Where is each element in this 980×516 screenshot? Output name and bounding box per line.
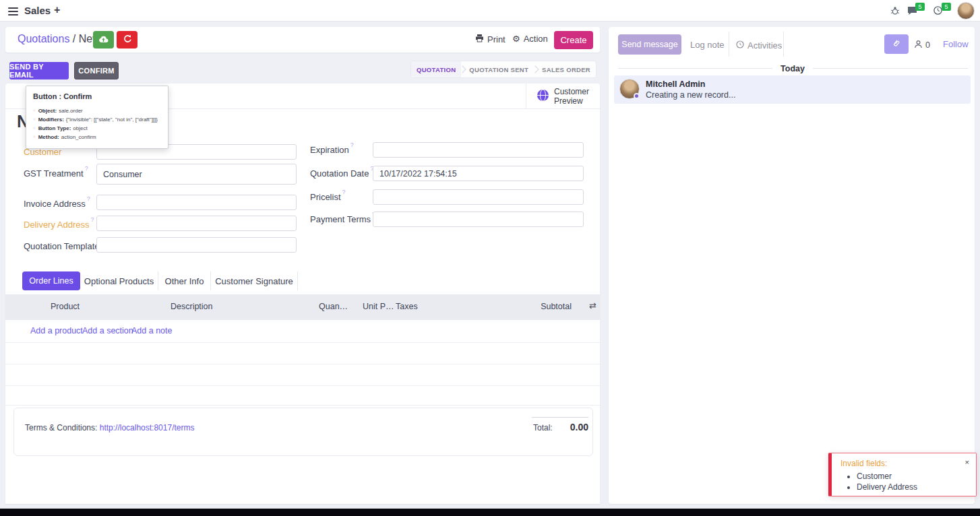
message-body: Creating a new record... bbox=[646, 90, 735, 100]
help-icon: ? bbox=[85, 165, 88, 172]
breadcrumb-quotations-link[interactable]: Quotations bbox=[18, 33, 69, 44]
print-button[interactable]: Print bbox=[475, 34, 506, 44]
tooltip-row: Object:sale.order bbox=[33, 106, 161, 115]
confirm-button[interactable]: CONFIRM bbox=[74, 62, 119, 79]
tab-optional-products[interactable]: Optional Products bbox=[80, 271, 158, 290]
column-subtotal[interactable]: Subtotal bbox=[534, 302, 572, 311]
follow-button[interactable]: Follow bbox=[943, 39, 969, 49]
send-message-button[interactable]: Send message bbox=[618, 34, 681, 55]
help-icon: ? bbox=[91, 216, 94, 223]
statusbar-step-quotation-sent[interactable]: QUOTATION SENT bbox=[464, 61, 534, 78]
action-button[interactable]: ⚙ Action bbox=[512, 34, 548, 44]
payment-terms-label: Payment Terms? bbox=[310, 214, 375, 224]
top-navbar: Sales + 5 5 bbox=[0, 0, 980, 22]
tooltip-row: Method:action_confirm bbox=[33, 133, 161, 141]
date-divider: Today bbox=[772, 64, 813, 73]
paperclip-icon bbox=[892, 38, 901, 51]
hamburger-menu-icon[interactable] bbox=[8, 5, 18, 18]
total-label: Total: bbox=[533, 423, 553, 432]
user-avatar[interactable] bbox=[957, 2, 975, 20]
delivery-address-label: Delivery Address? bbox=[24, 219, 94, 230]
tab-order-lines[interactable]: Order Lines bbox=[22, 271, 80, 290]
delivery-address-input[interactable] bbox=[96, 216, 297, 231]
quotation-date-input[interactable]: 10/17/2022 17:54:15 bbox=[373, 166, 584, 181]
optional-columns-icon[interactable]: ⇄ bbox=[589, 300, 596, 311]
activities-button[interactable]: Activities bbox=[736, 39, 782, 51]
create-button[interactable]: Create bbox=[554, 31, 593, 49]
pricelist-label: Pricelist? bbox=[310, 191, 346, 202]
cloud-upload-icon bbox=[98, 34, 109, 46]
add-links-row: Add a product Add a section Add a note bbox=[5, 320, 600, 343]
help-icon: ? bbox=[87, 195, 90, 202]
breadcrumb-separator: / bbox=[73, 33, 75, 44]
toast-field-list: Customer Delivery Address bbox=[840, 471, 969, 492]
help-icon: ? bbox=[350, 141, 354, 148]
customer-preview-label: CustomerPreview bbox=[554, 87, 589, 106]
total-separator bbox=[532, 417, 588, 418]
column-taxes[interactable]: Taxes bbox=[396, 302, 418, 311]
tooltip-row: Button Type:object bbox=[33, 124, 161, 133]
terms-and-conditions: Terms & Conditions: http://localhost:801… bbox=[25, 423, 194, 432]
tooltip-title: Button : Confirm bbox=[33, 92, 161, 100]
payment-terms-input[interactable] bbox=[373, 212, 584, 227]
quotation-template-label: Quotation Template? bbox=[24, 240, 104, 251]
order-lines-header: Product Description Quan… Unit P… Taxes … bbox=[5, 294, 600, 320]
app-title[interactable]: Sales bbox=[24, 5, 51, 16]
message-author[interactable]: Mitchell Admin bbox=[646, 79, 705, 89]
new-tab-button[interactable]: + bbox=[54, 4, 60, 16]
discard-button[interactable] bbox=[117, 31, 137, 49]
activities-badge: 5 bbox=[942, 3, 951, 11]
gst-treatment-label: GST Treatment? bbox=[24, 168, 88, 179]
empty-table-row bbox=[5, 343, 600, 364]
globe-icon bbox=[537, 89, 549, 104]
action-label: Action bbox=[524, 34, 548, 44]
invoice-address-label: Invoice Address? bbox=[24, 198, 90, 209]
confirm-button-tooltip: Button : Confirm Object:sale.order Modif… bbox=[26, 86, 169, 149]
send-by-email-button[interactable]: SEND BY EMAIL bbox=[9, 62, 69, 79]
tab-customer-signature[interactable]: Customer Signature bbox=[211, 271, 298, 290]
log-note-button[interactable]: Log note bbox=[690, 40, 725, 50]
total-value: 0.00 bbox=[557, 422, 588, 432]
messages-badge: 5 bbox=[915, 3, 925, 11]
pricelist-input[interactable] bbox=[373, 189, 584, 205]
close-icon[interactable]: × bbox=[965, 458, 969, 466]
gst-treatment-input[interactable]: Consumer bbox=[96, 164, 297, 185]
invalid-fields-toast: Invalid fields: × Customer Delivery Addr… bbox=[828, 453, 977, 496]
quotation-date-label: Quotation Date? bbox=[310, 168, 373, 179]
expiration-input[interactable] bbox=[373, 142, 584, 158]
column-quantity[interactable]: Quan… bbox=[319, 302, 348, 311]
terms-label: Terms & Conditions: bbox=[25, 423, 97, 432]
empty-table-row bbox=[5, 386, 600, 406]
toast-field: Customer bbox=[857, 471, 969, 482]
toast-title: Invalid fields: bbox=[840, 459, 969, 468]
control-panel: Quotations / New Print ⚙ Action Create bbox=[5, 27, 600, 53]
column-product[interactable]: Product bbox=[51, 302, 80, 311]
terms-link[interactable]: http://localhost:8017/terms bbox=[100, 423, 195, 432]
message-item[interactable]: Mitchell Admin Creating a new record... bbox=[614, 75, 971, 104]
statusbar-step-quotation[interactable]: QUOTATION bbox=[411, 61, 461, 78]
notes-total-box: Terms & Conditions: http://localhost:801… bbox=[13, 408, 593, 456]
statusbar-step-sales-order[interactable]: SALES ORDER bbox=[537, 61, 596, 78]
add-a-section-link[interactable]: Add a section bbox=[82, 326, 133, 335]
column-unit-price[interactable]: Unit P… bbox=[363, 302, 394, 311]
tooltip-row: Modifiers:{"invisible": [["state", "not … bbox=[33, 115, 161, 124]
date-divider-line bbox=[813, 68, 968, 69]
add-a-product-link[interactable]: Add a product bbox=[30, 326, 83, 335]
quotation-template-input[interactable] bbox=[96, 237, 297, 253]
debug-bug-icon[interactable] bbox=[890, 6, 900, 18]
followers-button[interactable]: 0 bbox=[914, 39, 930, 51]
invoice-address-input[interactable] bbox=[96, 195, 297, 210]
add-a-note-link[interactable]: Add a note bbox=[131, 326, 172, 335]
gear-icon: ⚙ bbox=[512, 34, 520, 44]
clock-icon bbox=[736, 39, 744, 51]
tab-other-info[interactable]: Other Info bbox=[158, 271, 211, 290]
printer-icon bbox=[475, 34, 484, 44]
save-button[interactable] bbox=[93, 31, 114, 49]
customer-preview-button[interactable]: CustomerPreview bbox=[526, 84, 600, 109]
attach-file-button[interactable] bbox=[884, 34, 909, 54]
empty-table-row bbox=[5, 364, 600, 386]
person-icon bbox=[914, 39, 923, 51]
column-description[interactable]: Description bbox=[171, 302, 213, 311]
activities-label: Activities bbox=[747, 40, 782, 51]
undo-icon bbox=[123, 34, 132, 46]
